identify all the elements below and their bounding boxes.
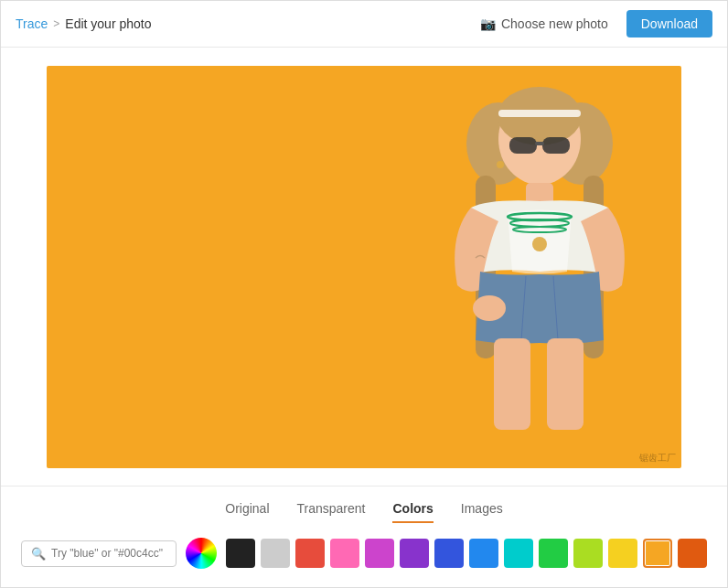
swatch-dark-orange[interactable] [678,539,707,568]
tab-original[interactable]: Original [225,501,269,523]
canvas-area: 锯齿工厂 [1,48,727,486]
breadcrumb: Trace > Edit your photo [16,16,151,31]
color-wheel[interactable] [186,538,217,569]
svg-rect-19 [547,338,583,430]
svg-point-10 [497,161,504,168]
choose-photo-button[interactable]: 📷 Choose new photo [473,13,616,35]
breadcrumb-separator: > [53,17,59,30]
svg-rect-8 [542,137,570,154]
tab-images[interactable]: Images [461,501,503,523]
breadcrumb-trace-link[interactable]: Trace [16,16,48,31]
header-actions: 📷 Choose new photo Download [473,10,712,37]
download-button[interactable]: Download [626,10,712,37]
svg-point-20 [473,295,506,321]
swatch-light-gray[interactable] [261,539,290,568]
svg-rect-18 [494,338,530,430]
swatch-light-blue[interactable] [469,539,498,568]
svg-rect-7 [509,137,537,154]
swatch-green[interactable] [539,539,568,568]
watermark: 锯齿工厂 [639,452,676,465]
bottom-panel: Original Transparent Colors Images 🔍 [1,486,727,587]
svg-rect-6 [498,110,581,117]
swatch-red[interactable] [295,539,325,568]
swatch-black[interactable] [226,539,255,568]
svg-point-15 [532,237,547,251]
tab-colors[interactable]: Colors [392,501,433,523]
swatch-blue[interactable] [434,539,464,568]
breadcrumb-current: Edit your photo [65,16,151,31]
swatch-yellow-green[interactable] [573,539,603,568]
choose-photo-label: Choose new photo [501,16,608,31]
camera-icon: 📷 [480,16,496,31]
image-container: 锯齿工厂 [47,66,681,468]
app-container: Trace > Edit your photo 📷 Choose new pho… [0,0,728,588]
swatch-pink[interactable] [330,539,359,568]
swatch-light-purple[interactable] [365,539,394,568]
color-tools: 🔍 [1,538,727,569]
search-box[interactable]: 🔍 [21,540,177,567]
swatch-purple[interactable] [400,539,429,568]
person-figure [398,75,681,468]
swatch-cyan[interactable] [504,539,533,568]
search-icon: 🔍 [31,547,46,561]
swatch-orange-selected[interactable] [643,539,672,568]
tab-transparent[interactable]: Transparent [297,501,366,523]
svg-rect-9 [535,142,544,145]
color-search-input[interactable] [51,547,170,560]
color-swatches [226,539,707,568]
header: Trace > Edit your photo 📷 Choose new pho… [1,1,727,48]
swatch-yellow[interactable] [608,539,637,568]
tabs-container: Original Transparent Colors Images [225,501,502,523]
